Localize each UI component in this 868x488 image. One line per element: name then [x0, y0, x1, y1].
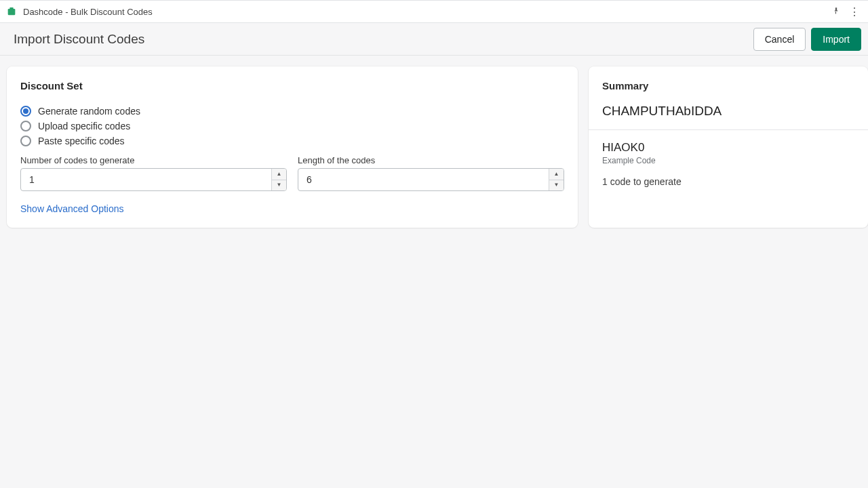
radio-icon — [20, 136, 31, 146]
show-advanced-options-link[interactable]: Show Advanced Options — [20, 203, 124, 214]
code-length-label: Length of the codes — [298, 155, 564, 165]
codes-to-generate-text: 1 code to generate — [602, 176, 854, 187]
summary-card: Summary CHAMPUTHAbIDDA HIAOK0 Example Co… — [589, 66, 868, 228]
svg-rect-1 — [9, 7, 13, 9]
svg-rect-0 — [8, 9, 16, 15]
discount-set-card: Discount Set Generate random codes Uploa… — [7, 66, 578, 228]
top-bar-right: ⋮ — [831, 5, 863, 18]
pin-icon[interactable] — [831, 6, 841, 18]
summary-body: HIAOK0 Example Code 1 code to generate — [589, 130, 868, 201]
page-title: Import Discount Codes — [14, 32, 144, 47]
radio-label: Paste specific codes — [38, 136, 125, 146]
number-spinner: ▲ ▼ — [271, 169, 286, 190]
number-of-codes-label: Number of codes to generate — [20, 155, 287, 165]
app-logo-icon — [5, 5, 18, 18]
content-area: Discount Set Generate random codes Uploa… — [0, 56, 868, 239]
number-of-codes-input-wrap: ▲ ▼ — [20, 168, 287, 191]
radio-label: Upload specific codes — [38, 121, 130, 131]
number-of-codes-group: Number of codes to generate ▲ ▼ — [20, 155, 287, 191]
radio-paste-specific[interactable]: Paste specific codes — [20, 134, 564, 148]
radio-upload-specific[interactable]: Upload specific codes — [20, 119, 564, 134]
discount-set-title: Discount Set — [20, 80, 564, 92]
app-title: Dashcode - Bulk Discount Codes — [23, 7, 153, 17]
more-icon[interactable]: ⋮ — [849, 5, 860, 18]
code-length-group: Length of the codes ▲ ▼ — [298, 155, 564, 191]
radio-icon — [20, 106, 31, 117]
radio-icon — [20, 121, 31, 131]
spinner-up-icon[interactable]: ▲ — [549, 169, 564, 180]
code-length-input-wrap: ▲ ▼ — [298, 168, 564, 191]
code-length-input[interactable] — [298, 169, 549, 190]
summary-discount-name: CHAMPUTHAbIDDA — [602, 104, 854, 119]
app-top-bar: Dashcode - Bulk Discount Codes ⋮ — [0, 0, 868, 23]
spinner-up-icon[interactable]: ▲ — [272, 169, 286, 180]
page-header: Import Discount Codes Cancel Import — [0, 23, 868, 56]
summary-title: Summary — [602, 80, 854, 92]
spinner-down-icon[interactable]: ▼ — [549, 180, 564, 191]
cancel-button[interactable]: Cancel — [753, 28, 806, 51]
number-of-codes-input[interactable] — [21, 169, 271, 190]
length-spinner: ▲ ▼ — [549, 169, 564, 190]
code-source-radio-group: Generate random codes Upload specific co… — [20, 104, 564, 148]
summary-header: Summary CHAMPUTHAbIDDA — [589, 66, 868, 129]
example-code-value: HIAOK0 — [602, 141, 854, 155]
code-params-row: Number of codes to generate ▲ ▼ Length o… — [20, 155, 564, 191]
header-actions: Cancel Import — [753, 28, 861, 51]
spinner-down-icon[interactable]: ▼ — [272, 180, 286, 191]
radio-label: Generate random codes — [38, 106, 140, 117]
example-code-label: Example Code — [602, 156, 854, 165]
radio-generate-random[interactable]: Generate random codes — [20, 104, 564, 119]
import-button[interactable]: Import — [811, 28, 861, 51]
top-bar-left: Dashcode - Bulk Discount Codes — [5, 5, 153, 18]
